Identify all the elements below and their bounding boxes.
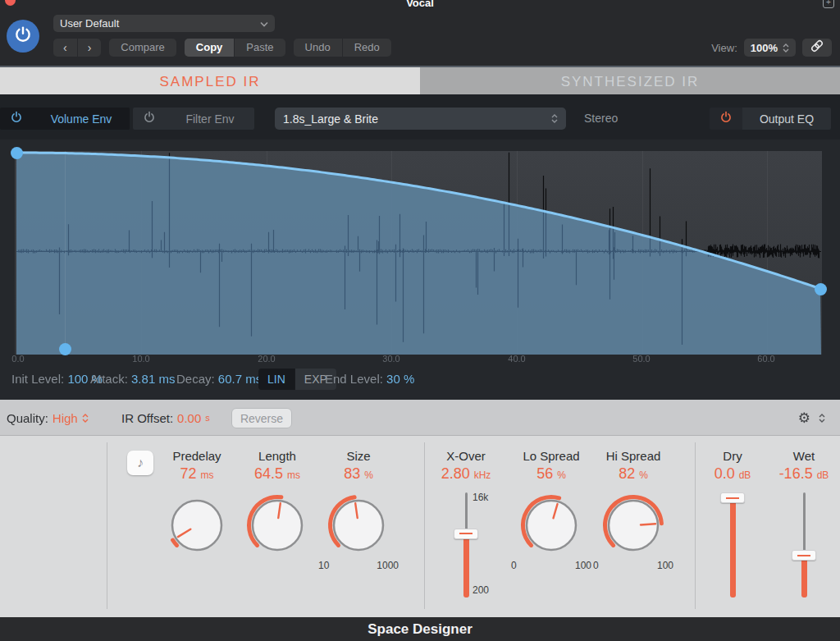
length-knob[interactable] [244, 492, 310, 558]
slider-thumb[interactable] [454, 529, 478, 539]
hi-spread-knob-group: Hi Spread 82 % 0100 [588, 449, 678, 571]
envelope-node-end-level[interactable] [815, 283, 827, 295]
attack-label: Attack: [90, 372, 128, 386]
gear-icon[interactable]: ⚙ [798, 410, 810, 427]
volume-env-power-button[interactable] [0, 108, 33, 130]
plugin-header: Vocal + User Default ‹ › Compare C [0, 0, 840, 66]
power-icon [719, 111, 733, 127]
hi-spread-value[interactable]: 82 % [588, 465, 678, 483]
reverse-button[interactable]: Reverse [231, 408, 292, 428]
ir-sample-value: 1.8s_Large & Brite [283, 112, 378, 126]
ruler-tick: 50.0 [632, 354, 650, 364]
envelope-toolbar: Volume Env Filter Env 1.8s_Large & Brite… [0, 94, 840, 140]
output-eq-tab[interactable]: Output EQ [742, 108, 831, 130]
wet-value[interactable]: -16.5 dB [759, 465, 840, 483]
length-knob-group: Length 64.5 ms [232, 449, 322, 560]
length-label: Length [232, 449, 322, 463]
preset-selector[interactable]: User Default [53, 15, 275, 32]
tab-synthesized-ir[interactable]: SYNTHESIZED IR [420, 67, 840, 96]
output-eq-power-button[interactable] [710, 108, 742, 130]
note-icon: ♪ [137, 456, 144, 470]
length-value[interactable]: 64.5 ms [232, 465, 322, 483]
plugin-name: Space Designer [368, 621, 472, 638]
quality-label: Quality: [7, 411, 48, 425]
undo-redo-group: Undo Redo [294, 39, 391, 57]
predelay-sync-button[interactable]: ♪ [127, 451, 153, 475]
end-level-label: End Level: [325, 372, 383, 386]
compare-button[interactable]: Compare [109, 39, 176, 57]
volume-env-segment: Volume Env [0, 108, 130, 130]
copy-paste-group: Copy Paste [185, 39, 285, 57]
power-icon [143, 111, 156, 127]
ruler-tick: 60.0 [757, 354, 774, 364]
chevron-down-icon [260, 15, 268, 32]
lo-spread-knob[interactable] [518, 492, 584, 558]
lin-button[interactable]: LIN [258, 369, 294, 390]
view-controls: View: 100% [711, 39, 832, 57]
predelay-knob[interactable] [164, 492, 230, 558]
predelay-value[interactable]: 72 ms [152, 465, 242, 483]
undo-button[interactable]: Undo [294, 39, 342, 57]
plugin-name-bar: Space Designer [0, 617, 840, 641]
updown-chevron-icon[interactable] [819, 414, 825, 423]
init-level-field[interactable]: Init Level: 100 % [11, 369, 103, 390]
ir-waveform-display[interactable] [15, 151, 822, 355]
end-level-value[interactable]: 30 % [386, 372, 414, 386]
ruler-tick: 0.0 [11, 354, 24, 364]
filter-env-segment: Filter Env [133, 108, 254, 130]
size-knob[interactable] [326, 492, 391, 558]
hi-spread-knob[interactable] [600, 492, 666, 558]
ir-sample-selector[interactable]: 1.8s_Large & Brite [275, 108, 566, 130]
quality-value: High [52, 411, 78, 425]
plus-window-icon[interactable]: + [823, 0, 834, 8]
x-over-value[interactable]: 2.80 kHz [421, 465, 511, 483]
ruler-tick: 20.0 [258, 354, 275, 364]
copy-button[interactable]: Copy [185, 39, 235, 57]
predelay-knob-group: Predelay 72 ms [152, 449, 242, 560]
size-label: Size [313, 449, 404, 463]
next-preset-button[interactable]: › [77, 39, 102, 57]
paste-button[interactable]: Paste [234, 39, 285, 57]
view-zoom-select[interactable]: 100% [744, 39, 796, 57]
slider-thumb[interactable] [720, 492, 745, 503]
decay-field[interactable]: Decay: 60.7 ms [176, 369, 262, 390]
ir-offset-field[interactable]: IR Offset: 0.00 s [121, 400, 210, 436]
ruler-tick: 30.0 [382, 354, 399, 364]
decay-value[interactable]: 60.7 ms [218, 372, 262, 386]
wet-label: Wet [759, 449, 840, 463]
end-level-field[interactable]: End Level: 30 % [325, 369, 414, 390]
init-level-label: Init Level: [11, 372, 64, 386]
size-value[interactable]: 83 % [313, 465, 404, 483]
quality-select[interactable]: Quality: High [7, 400, 89, 436]
view-zoom-value: 100% [751, 42, 778, 54]
lo-spread-value[interactable]: 56 % [506, 465, 596, 483]
predelay-label: Predelay [152, 449, 242, 463]
envelope-node-init-level[interactable] [11, 147, 23, 159]
ir-offset-value[interactable]: 0.00 [177, 411, 201, 425]
space-designer-plugin-window: Vocal + User Default ‹ › Compare C [0, 0, 840, 641]
extended-params-control: ⚙ [798, 400, 825, 436]
wet-slider[interactable] [759, 492, 840, 598]
filter-env-tab[interactable]: Filter Env [166, 108, 254, 130]
divider [107, 442, 107, 609]
ir-mode-tabbar: SAMPLED IR SYNTHESIZED IR [0, 66, 840, 96]
attack-value[interactable]: 3.81 ms [131, 372, 175, 386]
link-button[interactable] [802, 39, 832, 57]
slider-thumb[interactable] [792, 550, 816, 561]
volume-env-tab[interactable]: Volume Env [33, 108, 130, 130]
header-button-row: ‹ › Compare Copy Paste Undo Redo [53, 39, 391, 57]
tab-sampled-ir[interactable]: SAMPLED IR [0, 67, 420, 96]
filter-env-power-button[interactable] [133, 108, 166, 130]
ir-offset-unit: s [205, 413, 210, 423]
slider-fill [801, 555, 807, 598]
slider-max-label: 16k [472, 492, 488, 503]
window-title: Vocal [0, 0, 840, 9]
preset-nav-group: ‹ › [53, 39, 101, 57]
previous-preset-button[interactable]: ‹ [53, 39, 77, 57]
updown-chevron-icon [783, 43, 789, 53]
plugin-power-button[interactable] [7, 20, 39, 53]
x-over-slider[interactable]: 16k 200 [421, 492, 511, 598]
redo-button[interactable]: Redo [342, 39, 391, 57]
attack-field[interactable]: Attack: 3.81 ms [90, 369, 175, 390]
power-icon [13, 25, 33, 48]
